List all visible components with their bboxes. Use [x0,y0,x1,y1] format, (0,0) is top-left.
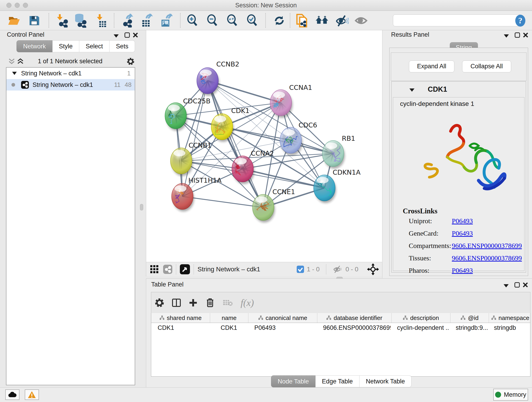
table-cell--id[interactable]: stringdb:9... [449,323,488,333]
pan-crosshair-icon[interactable] [367,263,379,275]
crosslink-link[interactable]: P06493 [452,267,473,274]
collapse-all-button[interactable]: Collapse All [462,61,511,72]
collection-expander-icon[interactable] [12,71,17,75]
export-table-icon[interactable] [139,13,153,28]
toolbar-separator [176,264,176,274]
table-cell-canonical-name[interactable]: P06493 [248,323,317,333]
zoom-out-icon[interactable] [206,13,220,28]
column-header-database-identifier[interactable]: database identifier [317,313,392,323]
column-header--id[interactable]: @id [450,313,489,323]
table-row[interactable]: CDK1CDK1P064939606.ENSP00000378699cyclin… [151,323,530,333]
crosslink-link[interactable]: 9606.ENSP00000378699 [452,242,522,249]
table-header-row: shared namenamecanonical namedatabase id… [151,313,530,323]
delete-table-icon[interactable] [223,299,233,306]
table-cell-name[interactable]: CDK1 [210,323,248,333]
grid-view-icon[interactable] [150,265,159,274]
column-header-canonical-name[interactable]: canonical name [248,313,317,323]
import-network-database-icon[interactable] [73,13,88,28]
close-panel-icon[interactable] [522,282,528,288]
toolbar-separator [180,13,181,28]
show-all-icon[interactable] [354,13,368,28]
column-header-shared-name[interactable]: shared name [151,313,210,323]
expand-all-button[interactable]: Expand All [409,61,454,72]
column-label: shared name [167,314,202,322]
tab-style[interactable]: Style [52,40,79,52]
cloud-icon [8,392,17,398]
node-CDC6[interactable] [280,127,302,155]
birds-eye-view-icon[interactable] [180,264,190,274]
refresh-layout-icon[interactable] [272,13,286,28]
network-row[interactable]: String Network – cdk1 11 48 [6,79,135,90]
import-table-file-icon[interactable] [94,13,109,28]
gear-icon[interactable] [127,57,135,65]
node-HIST1H1A[interactable] [172,183,194,211]
table-cell-shared-name[interactable]: CDK1 [151,323,210,333]
zoom-fit-icon[interactable] [225,13,240,28]
node-CCNA2[interactable] [232,156,254,184]
tab-network[interactable]: Network [17,40,52,52]
float-panel-icon[interactable] [514,282,520,288]
hide-selected-icon[interactable] [335,13,349,28]
table-settings-gear-icon[interactable] [154,298,165,308]
float-panel-icon[interactable] [514,32,520,38]
crosslink-link[interactable]: P06493 [452,230,473,237]
node-RB1[interactable] [322,140,345,169]
node-CCNA1[interactable] [270,89,293,118]
save-session-icon[interactable] [27,13,41,28]
search-input[interactable] [393,14,521,26]
zoom-selected-icon[interactable] [245,13,260,28]
selected-checkbox-icon[interactable] [297,266,304,273]
function-builder-icon[interactable]: f(x) [241,297,254,308]
section-expander-icon[interactable] [409,88,415,92]
crosslink-row: GeneCard:P06493 [402,230,521,242]
warning-status-button[interactable] [25,389,39,400]
node-CCNB2[interactable] [197,68,219,96]
column-header-description[interactable]: description [392,313,450,323]
zoom-in-icon[interactable] [186,13,200,28]
tab-node-table[interactable]: Node Table [271,375,316,387]
close-panel-icon[interactable] [133,32,138,38]
panel-menu-icon[interactable] [503,284,509,288]
export-network-icon[interactable] [120,13,134,28]
delete-column-trash-icon[interactable] [206,298,215,307]
network-type-icon [21,81,29,89]
network-canvas[interactable]: CCNB2CCNA1CDC25BCDK1CDC6RB1CCNB1CCNA2CDK… [146,30,382,262]
tab-network-table[interactable]: Network Table [360,375,412,387]
first-neighbors-icon[interactable] [315,13,329,28]
help-icon[interactable]: ? [513,13,527,28]
open-file-icon[interactable] [7,13,21,28]
clone-network-icon[interactable] [295,13,309,28]
panel-menu-icon[interactable] [113,34,119,38]
table-cell-description[interactable]: cyclin-dependent ... [391,323,449,333]
import-network-file-icon[interactable] [56,13,70,28]
cloud-status-button[interactable] [5,389,19,400]
crosslink-link[interactable]: P06493 [452,217,473,225]
table-cell-namespace[interactable]: stringdb [488,323,530,333]
network-collection-row[interactable]: String Network – cdk1 1 [6,68,135,79]
create-column-icon[interactable] [189,298,197,307]
tab-sets[interactable]: Sets [109,40,135,52]
column-header-namespace[interactable]: namespace [489,313,530,323]
vertical-splitter-handle[interactable] [140,204,143,211]
export-image-icon[interactable] [158,13,173,28]
memory-button[interactable]: Memory [493,389,528,401]
node-CCNB1[interactable] [171,148,193,176]
tab-select[interactable]: Select [79,40,109,52]
node-label-CDC25B: CDC25B [183,97,210,105]
close-panel-icon[interactable] [523,32,529,38]
node-CDK1[interactable] [211,114,234,142]
node-CCNE1[interactable] [253,194,275,223]
edge-HIST1H1A-CCNE1[interactable] [182,196,263,207]
crosslink-link[interactable]: 9606.ENSP00000378699 [452,254,522,262]
show-columns-icon[interactable] [172,298,181,307]
column-header-name[interactable]: name [210,313,248,323]
gene-description: cyclin-dependent kinase 1 [400,100,474,108]
node-CDKN1A[interactable] [314,175,336,203]
panel-menu-icon[interactable] [503,34,509,38]
edge-CCNB2-CCNE1[interactable] [208,81,263,207]
float-panel-icon[interactable] [124,32,130,38]
tab-edge-table[interactable]: Edge Table [316,375,360,387]
edge-CCNA2-CDKN1A[interactable] [243,169,324,188]
table-cell-database-identifier[interactable]: 9606.ENSP00000378699 [317,323,391,333]
network-view-icon[interactable] [163,265,172,274]
